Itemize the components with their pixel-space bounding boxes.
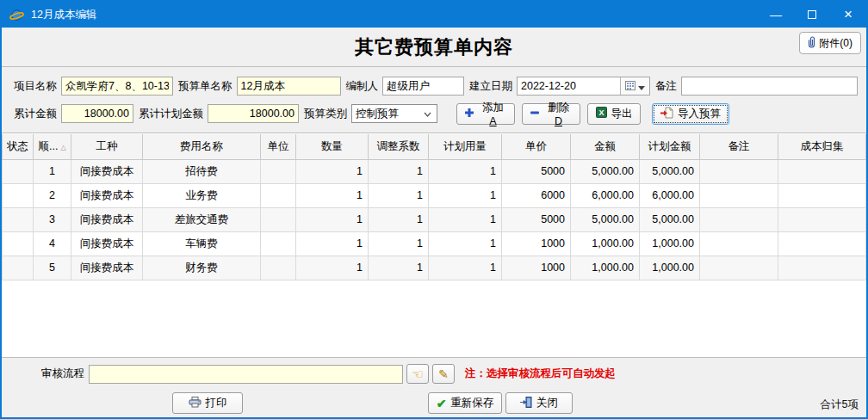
table-cell[interactable] [3, 256, 34, 280]
col-header-worktype[interactable]: 工种 [71, 134, 143, 159]
add-button[interactable]: 添加A [456, 103, 515, 125]
table-cell[interactable]: 财务费 [143, 256, 261, 280]
save-button[interactable]: ✔ 重新保存 [428, 392, 502, 414]
table-cell[interactable]: 5,000.00 [640, 207, 700, 231]
table-cell[interactable] [778, 231, 866, 256]
table-cell[interactable]: 5,000.00 [571, 159, 640, 183]
edit-flow-button[interactable]: ✎ [432, 364, 455, 384]
table-cell[interactable] [3, 183, 34, 207]
attachment-button[interactable]: 附件(0) [799, 32, 861, 54]
table-cell[interactable]: 5 [34, 256, 71, 280]
project-name-field[interactable] [61, 77, 173, 96]
table-cell[interactable]: 1,000.00 [571, 256, 640, 280]
table-cell[interactable] [261, 256, 296, 280]
table-cell[interactable]: 4 [34, 231, 71, 256]
table-cell[interactable]: 1 [369, 256, 429, 280]
approval-flow-field[interactable] [89, 365, 403, 384]
table-cell[interactable]: 1000 [502, 256, 571, 280]
table-cell[interactable]: 1 [34, 159, 71, 183]
table-cell[interactable] [778, 256, 866, 280]
table-cell[interactable]: 1 [369, 231, 429, 256]
table-cell[interactable]: 间接费成本 [71, 231, 143, 256]
table-cell[interactable]: 差旅交通费 [143, 207, 261, 231]
col-header-fee-name[interactable]: 费用名称 [143, 134, 261, 159]
table-cell[interactable] [3, 231, 34, 256]
col-header-plan-amount[interactable]: 计划金额 [640, 134, 700, 159]
table-cell[interactable]: 1 [296, 256, 369, 280]
table-cell[interactable] [700, 231, 778, 256]
date-picker-button[interactable] [620, 77, 649, 95]
col-header-price[interactable]: 单价 [502, 134, 571, 159]
table-cell[interactable]: 1 [369, 207, 429, 231]
table-cell[interactable] [700, 183, 778, 207]
table-cell[interactable] [261, 159, 296, 183]
export-button[interactable]: X 导出 [587, 103, 641, 125]
table-cell[interactable] [3, 207, 34, 231]
table-cell[interactable]: 1 [429, 207, 502, 231]
table-cell[interactable]: 1000 [502, 231, 571, 256]
table-cell[interactable]: 6,000.00 [571, 183, 640, 207]
table-cell[interactable] [3, 159, 34, 183]
table-cell[interactable]: 3 [34, 207, 71, 231]
close-window-button[interactable]: 关闭 [505, 392, 573, 414]
table-cell[interactable] [700, 159, 778, 183]
table-cell[interactable]: 间接费成本 [71, 207, 143, 231]
col-header-remark[interactable]: 备注 [700, 134, 778, 159]
maximize-icon[interactable] [794, 2, 830, 28]
table-row[interactable]: 5间接费成本财务费11110001,000.001,000.00 [3, 256, 866, 280]
table-cell[interactable]: 间接费成本 [71, 256, 143, 280]
table-row[interactable]: 3间接费成本差旅交通费11150005,000.005,000.00 [3, 207, 866, 231]
col-header-status[interactable]: 状态 [3, 134, 34, 159]
col-header-qty[interactable]: 数量 [296, 134, 369, 159]
budget-name-field[interactable] [237, 77, 341, 96]
minimize-icon[interactable]: — [758, 2, 794, 28]
table-cell[interactable]: 1 [429, 159, 502, 183]
table-cell[interactable]: 5000 [502, 159, 571, 183]
remark-field[interactable] [681, 77, 858, 96]
table-cell[interactable]: 1 [296, 231, 369, 256]
create-date-field[interactable]: 2022-12-20 [517, 77, 650, 96]
table-cell[interactable] [261, 231, 296, 256]
compiler-field[interactable] [382, 77, 464, 96]
table-cell[interactable]: 业务费 [143, 183, 261, 207]
import-budget-button[interactable]: 导入预算 [652, 103, 729, 125]
budget-type-select[interactable]: 控制预算 [351, 104, 437, 123]
col-header-amount[interactable]: 金额 [571, 134, 640, 159]
table-cell[interactable]: 1 [369, 159, 429, 183]
table-cell[interactable]: 5,000.00 [571, 207, 640, 231]
close-icon[interactable]: × [830, 2, 866, 28]
table-cell[interactable] [778, 159, 866, 183]
table-cell[interactable] [261, 207, 296, 231]
col-header-cost-group[interactable]: 成本归集 [778, 134, 866, 159]
col-header-unit[interactable]: 单位 [261, 134, 296, 159]
table-cell[interactable]: 1 [429, 231, 502, 256]
table-cell[interactable]: 1 [429, 256, 502, 280]
table-cell[interactable]: 1 [296, 159, 369, 183]
table-cell[interactable]: 6,000.00 [640, 183, 700, 207]
col-header-coef[interactable]: 调整系数 [369, 134, 429, 159]
table-cell[interactable]: 6000 [502, 183, 571, 207]
table-cell[interactable]: 1,000.00 [640, 256, 700, 280]
col-header-seq[interactable]: 顺...△ [34, 134, 71, 159]
table-cell[interactable] [778, 183, 866, 207]
table-cell[interactable]: 5,000.00 [640, 159, 700, 183]
total-plan-field[interactable] [208, 104, 299, 123]
table-cell[interactable] [261, 183, 296, 207]
table-row[interactable]: 2间接费成本业务费11160006,000.006,000.00 [3, 183, 866, 207]
print-button[interactable]: 打印 [172, 392, 243, 414]
table-cell[interactable]: 招待费 [143, 159, 261, 183]
table-cell[interactable]: 5000 [502, 207, 571, 231]
table-cell[interactable]: 2 [34, 183, 71, 207]
table-cell[interactable] [778, 207, 866, 231]
delete-button[interactable]: 删除D [522, 103, 580, 125]
table-cell[interactable]: 1,000.00 [571, 231, 640, 256]
select-flow-button[interactable]: ☜ [406, 364, 429, 384]
col-header-plan-qty[interactable]: 计划用量 [429, 134, 502, 159]
table-cell[interactable]: 1 [296, 183, 369, 207]
total-amount-field[interactable] [61, 104, 133, 123]
table-cell[interactable]: 1 [369, 183, 429, 207]
table-cell[interactable]: 间接费成本 [71, 183, 143, 207]
table-cell[interactable]: 车辆费 [143, 231, 261, 256]
table-cell[interactable]: 1,000.00 [640, 231, 700, 256]
table-cell[interactable]: 间接费成本 [71, 159, 143, 183]
